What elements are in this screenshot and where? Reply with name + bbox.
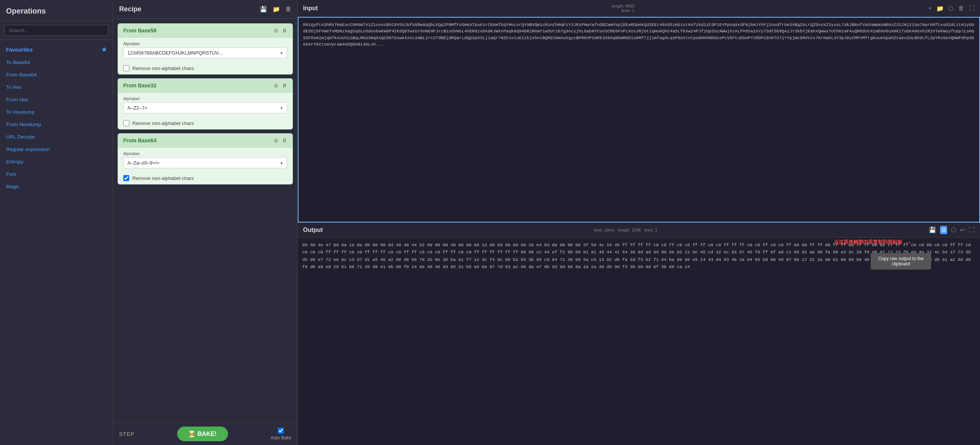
- output-export-icon[interactable]: ⬡: [951, 226, 956, 233]
- output-meta: time: 18ms length: 1598 lines: 1: [594, 228, 657, 232]
- remove-label-base58: Remove non-alphabet chars: [132, 65, 194, 71]
- output-save-icon[interactable]: 💾: [929, 226, 936, 233]
- remove-non-alphabet-base32: Remove non-alphabet chars: [118, 117, 293, 129]
- search-input[interactable]: [5, 25, 108, 36]
- sidebar-item-regex[interactable]: Regular expression: [0, 143, 113, 155]
- operation-controls-from-base58: ⊘ ⏸: [274, 27, 287, 33]
- output-title: Output: [303, 226, 323, 233]
- sidebar-item-entropy[interactable]: Entropy: [0, 155, 113, 168]
- star-icon: ★: [102, 46, 107, 53]
- auto-bake-checkbox[interactable]: [278, 428, 284, 434]
- output-undo-icon[interactable]: ↩: [960, 226, 965, 233]
- save-icon[interactable]: 💾: [260, 6, 267, 13]
- input-header: Input length: 4665 lines: 1 + 📁 ⬡ 🗑 ⛶: [298, 0, 980, 17]
- sidebar-item-fork[interactable]: Fork: [0, 168, 113, 181]
- remove-checkbox-base64[interactable]: [123, 175, 129, 181]
- auto-bake-label: Auto Bake: [270, 435, 291, 440]
- output-actions: 💾 ⧉ ⬡ ↩ ⛶: [929, 226, 975, 234]
- recipe-title: Recipe: [119, 5, 142, 13]
- sidebar-item-url-decode[interactable]: URL Decode: [0, 131, 113, 143]
- bake-button[interactable]: 🧑‍🍳 BAKE!: [177, 426, 228, 441]
- operation-body-from-base64: Alphabet A–Za–z0–9+/=: [118, 147, 293, 172]
- step-label: STEP: [119, 431, 135, 437]
- alphabet-select-base32[interactable]: A–Z2–7=: [123, 102, 287, 113]
- sidebar-nav: Favourites ★ To Base64 From Base64 To He…: [0, 40, 113, 196]
- sidebar: Operations Favourites ★ To Base64 From B…: [0, 0, 113, 445]
- input-export-icon[interactable]: ⬡: [948, 5, 954, 12]
- sidebar-item-from-base64[interactable]: From Base64: [0, 68, 113, 81]
- recipe-toolbar: 💾 📁 🗑: [260, 6, 291, 13]
- sidebar-item-magic[interactable]: Magic: [0, 181, 113, 193]
- tooltip-text: Copy raw output to the clipboard: [878, 256, 924, 266]
- input-folder-icon[interactable]: 📁: [936, 5, 944, 12]
- sidebar-item-to-hex[interactable]: To Hex: [0, 81, 113, 93]
- input-length-label: length:: [612, 4, 624, 8]
- pause-icon-base64[interactable]: ⏸: [282, 138, 287, 143]
- no-entry-icon-base64[interactable]: ⊘: [274, 138, 278, 143]
- search-area: [0, 21, 113, 40]
- remove-checkbox-base32[interactable]: [123, 120, 129, 126]
- remove-checkbox-base58[interactable]: [123, 65, 129, 71]
- output-length-value: 1598: [632, 228, 640, 232]
- folder-icon[interactable]: 📁: [272, 6, 280, 13]
- output-lines-value: 1: [655, 228, 657, 232]
- input-lines-label: lines:: [621, 8, 631, 13]
- operation-header-from-base32: From Base32 ⊘ ⏸: [118, 79, 293, 93]
- copy-annotation: 点这里将解密内容复制到剪贴板 →: [834, 238, 912, 247]
- alphabet-select-wrapper-base64: A–Za–z0–9+/=: [123, 157, 287, 168]
- output-lines-label: lines:: [644, 228, 654, 232]
- alphabet-select-wrapper-base32: A–Z2–7=: [123, 102, 287, 113]
- recipe-operations: From Base58 ⊘ ⏸ Alphabet 123456789ABCDEF…: [113, 19, 298, 423]
- input-trash-icon[interactable]: 🗑: [958, 5, 964, 12]
- pause-icon-base32[interactable]: ⏸: [282, 82, 287, 89]
- alphabet-label-base58: Alphabet: [123, 41, 287, 46]
- sidebar-item-from-hexdump[interactable]: From Hexdump: [0, 118, 113, 131]
- favourites-label: Favourites: [6, 47, 33, 53]
- operation-name-from-base58: From Base58: [123, 27, 156, 33]
- alphabet-select-base58[interactable]: 123456789ABCDEFGHJKLMNPQRSTUV...: [123, 48, 287, 59]
- input-title: Input: [303, 5, 318, 12]
- input-section: Input length: 4665 lines: 1 + 📁 ⬡ 🗑 ⛶ R6…: [298, 0, 980, 223]
- annotation-arrow-icon: →: [905, 238, 912, 247]
- sidebar-item-favourites[interactable]: Favourites ★: [0, 43, 113, 56]
- input-length-value: 4665: [625, 4, 634, 8]
- output-expand-icon[interactable]: ⛶: [969, 226, 975, 233]
- input-actions: + 📁 ⬡ 🗑 ⛶: [928, 5, 975, 12]
- input-meta: length: 4665 lines: 1: [612, 4, 635, 13]
- sidebar-item-to-base64[interactable]: To Base64: [0, 56, 113, 68]
- remove-label-base32: Remove non-alphabet chars: [132, 120, 194, 126]
- io-panel: Input length: 4665 lines: 1 + 📁 ⬡ 🗑 ⛶ R6…: [298, 0, 980, 445]
- sidebar-item-from-hex[interactable]: From Hex: [0, 93, 113, 106]
- output-time-value: 18ms: [604, 228, 614, 232]
- no-entry-icon-base58[interactable]: ⊘: [274, 27, 278, 33]
- input-plus-icon[interactable]: +: [928, 5, 932, 12]
- auto-bake-area: Auto Bake: [270, 428, 291, 440]
- alphabet-select-wrapper-base58: 123456789ABCDEFGHJKLMNPQRSTUV...: [123, 48, 287, 59]
- no-entry-icon-base32[interactable]: ⊘: [274, 82, 278, 89]
- operation-from-base64: From Base64 ⊘ ⏸ Alphabet A–Za–z0–9+/= Re…: [118, 133, 293, 184]
- copy-tooltip: Copy raw output to the clipboard: [871, 253, 931, 269]
- operation-name-from-base32: From Base32: [123, 82, 156, 89]
- input-text-area[interactable]: R61QyPtA3hRX7KmEvcC9R6W7V1Z1oxvcBhC8V5UJ…: [298, 17, 980, 223]
- trash-icon[interactable]: 🗑: [285, 6, 291, 13]
- remove-non-alphabet-base58: Remove non-alphabet chars: [118, 62, 293, 74]
- recipe-footer: STEP 🧑‍🍳 BAKE! Auto Bake: [113, 423, 298, 445]
- input-lines-value: 1: [632, 8, 634, 13]
- operation-controls-from-base32: ⊘ ⏸: [274, 82, 287, 89]
- alphabet-label-base32: Alphabet: [123, 97, 287, 101]
- remove-non-alphabet-base64: Remove non-alphabet chars: [118, 172, 293, 184]
- output-section: Output time: 18ms length: 1598 lines: 1 …: [298, 223, 980, 445]
- operation-controls-from-base64: ⊘ ⏸: [274, 138, 287, 143]
- operation-body-from-base32: Alphabet A–Z2–7=: [118, 93, 293, 117]
- sidebar-item-to-hexdump[interactable]: To Hexdump: [0, 106, 113, 118]
- alphabet-label-base64: Alphabet: [123, 151, 287, 156]
- recipe-header: Recipe 💾 📁 🗑: [113, 0, 298, 19]
- alphabet-select-base64[interactable]: A–Za–z0–9+/=: [123, 157, 287, 168]
- output-copy-icon[interactable]: ⧉: [940, 226, 947, 234]
- operation-header-from-base58: From Base58 ⊘ ⏸: [118, 24, 293, 38]
- input-expand-icon[interactable]: ⛶: [969, 5, 975, 12]
- operation-from-base32: From Base32 ⊘ ⏸ Alphabet A–Z2–7= Remove …: [118, 78, 293, 130]
- pause-icon-base58[interactable]: ⏸: [282, 27, 287, 33]
- operation-body-from-base58: Alphabet 123456789ABCDEFGHJKLMNPQRSTUV..…: [118, 38, 293, 62]
- sidebar-title: Operations: [0, 0, 113, 21]
